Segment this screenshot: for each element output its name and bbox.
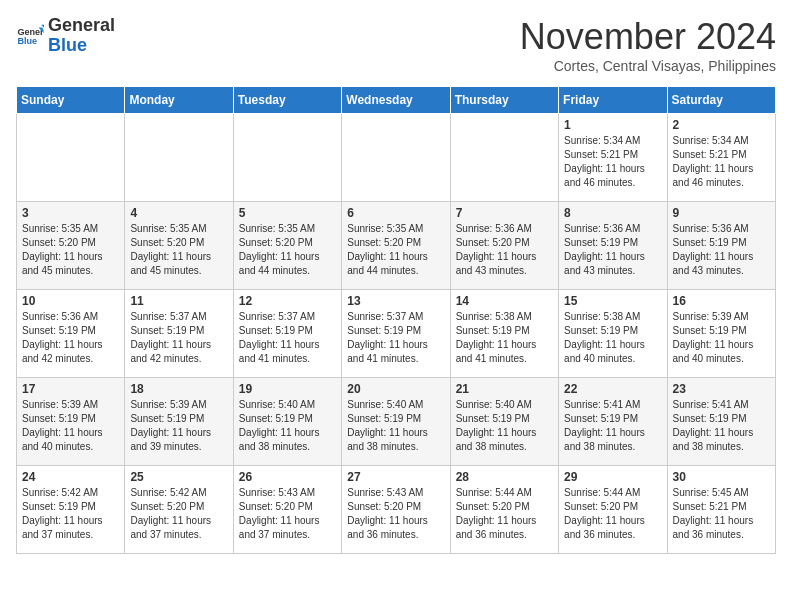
day-header-sunday: Sunday (17, 87, 125, 114)
day-number: 24 (22, 470, 119, 484)
day-number: 1 (564, 118, 661, 132)
calendar-header: SundayMondayTuesdayWednesdayThursdayFrid… (17, 87, 776, 114)
day-info: Sunrise: 5:44 AM Sunset: 5:20 PM Dayligh… (456, 486, 553, 542)
day-info: Sunrise: 5:41 AM Sunset: 5:19 PM Dayligh… (673, 398, 770, 454)
day-info: Sunrise: 5:36 AM Sunset: 5:20 PM Dayligh… (456, 222, 553, 278)
calendar-cell: 16Sunrise: 5:39 AM Sunset: 5:19 PM Dayli… (667, 290, 775, 378)
day-number: 22 (564, 382, 661, 396)
day-header-saturday: Saturday (667, 87, 775, 114)
day-number: 26 (239, 470, 336, 484)
header-row: SundayMondayTuesdayWednesdayThursdayFrid… (17, 87, 776, 114)
day-info: Sunrise: 5:38 AM Sunset: 5:19 PM Dayligh… (564, 310, 661, 366)
calendar-cell: 12Sunrise: 5:37 AM Sunset: 5:19 PM Dayli… (233, 290, 341, 378)
day-info: Sunrise: 5:43 AM Sunset: 5:20 PM Dayligh… (239, 486, 336, 542)
calendar-cell: 2Sunrise: 5:34 AM Sunset: 5:21 PM Daylig… (667, 114, 775, 202)
location: Cortes, Central Visayas, Philippines (520, 58, 776, 74)
month-title: November 2024 (520, 16, 776, 58)
calendar-cell: 29Sunrise: 5:44 AM Sunset: 5:20 PM Dayli… (559, 466, 667, 554)
calendar-cell: 13Sunrise: 5:37 AM Sunset: 5:19 PM Dayli… (342, 290, 450, 378)
day-number: 18 (130, 382, 227, 396)
calendar-cell: 30Sunrise: 5:45 AM Sunset: 5:21 PM Dayli… (667, 466, 775, 554)
day-number: 6 (347, 206, 444, 220)
calendar-cell: 23Sunrise: 5:41 AM Sunset: 5:19 PM Dayli… (667, 378, 775, 466)
logo: General Blue General Blue (16, 16, 115, 56)
logo-icon: General Blue (16, 22, 44, 50)
day-number: 8 (564, 206, 661, 220)
calendar-cell: 1Sunrise: 5:34 AM Sunset: 5:21 PM Daylig… (559, 114, 667, 202)
week-row-1: 1Sunrise: 5:34 AM Sunset: 5:21 PM Daylig… (17, 114, 776, 202)
day-info: Sunrise: 5:36 AM Sunset: 5:19 PM Dayligh… (564, 222, 661, 278)
day-number: 16 (673, 294, 770, 308)
calendar-cell: 8Sunrise: 5:36 AM Sunset: 5:19 PM Daylig… (559, 202, 667, 290)
day-number: 30 (673, 470, 770, 484)
calendar-cell: 11Sunrise: 5:37 AM Sunset: 5:19 PM Dayli… (125, 290, 233, 378)
day-info: Sunrise: 5:37 AM Sunset: 5:19 PM Dayligh… (347, 310, 444, 366)
day-number: 11 (130, 294, 227, 308)
calendar-cell: 9Sunrise: 5:36 AM Sunset: 5:19 PM Daylig… (667, 202, 775, 290)
logo-text: General Blue (48, 16, 115, 56)
day-info: Sunrise: 5:40 AM Sunset: 5:19 PM Dayligh… (347, 398, 444, 454)
day-info: Sunrise: 5:35 AM Sunset: 5:20 PM Dayligh… (22, 222, 119, 278)
day-number: 27 (347, 470, 444, 484)
day-number: 14 (456, 294, 553, 308)
day-header-thursday: Thursday (450, 87, 558, 114)
day-header-wednesday: Wednesday (342, 87, 450, 114)
day-info: Sunrise: 5:40 AM Sunset: 5:19 PM Dayligh… (239, 398, 336, 454)
day-info: Sunrise: 5:39 AM Sunset: 5:19 PM Dayligh… (673, 310, 770, 366)
calendar-cell: 5Sunrise: 5:35 AM Sunset: 5:20 PM Daylig… (233, 202, 341, 290)
day-info: Sunrise: 5:34 AM Sunset: 5:21 PM Dayligh… (564, 134, 661, 190)
page-header: General Blue General Blue November 2024 … (16, 16, 776, 74)
day-number: 25 (130, 470, 227, 484)
day-info: Sunrise: 5:38 AM Sunset: 5:19 PM Dayligh… (456, 310, 553, 366)
day-number: 10 (22, 294, 119, 308)
day-number: 7 (456, 206, 553, 220)
day-info: Sunrise: 5:34 AM Sunset: 5:21 PM Dayligh… (673, 134, 770, 190)
day-info: Sunrise: 5:37 AM Sunset: 5:19 PM Dayligh… (130, 310, 227, 366)
day-info: Sunrise: 5:42 AM Sunset: 5:19 PM Dayligh… (22, 486, 119, 542)
day-info: Sunrise: 5:39 AM Sunset: 5:19 PM Dayligh… (130, 398, 227, 454)
day-info: Sunrise: 5:45 AM Sunset: 5:21 PM Dayligh… (673, 486, 770, 542)
calendar-cell: 26Sunrise: 5:43 AM Sunset: 5:20 PM Dayli… (233, 466, 341, 554)
week-row-3: 10Sunrise: 5:36 AM Sunset: 5:19 PM Dayli… (17, 290, 776, 378)
calendar-cell: 4Sunrise: 5:35 AM Sunset: 5:20 PM Daylig… (125, 202, 233, 290)
day-number: 21 (456, 382, 553, 396)
day-number: 13 (347, 294, 444, 308)
calendar-cell (450, 114, 558, 202)
day-info: Sunrise: 5:39 AM Sunset: 5:19 PM Dayligh… (22, 398, 119, 454)
day-number: 4 (130, 206, 227, 220)
calendar-cell (233, 114, 341, 202)
calendar-cell (125, 114, 233, 202)
day-number: 29 (564, 470, 661, 484)
calendar-cell (342, 114, 450, 202)
calendar-cell: 7Sunrise: 5:36 AM Sunset: 5:20 PM Daylig… (450, 202, 558, 290)
svg-text:Blue: Blue (17, 36, 37, 46)
calendar-cell (17, 114, 125, 202)
day-header-tuesday: Tuesday (233, 87, 341, 114)
calendar-cell: 3Sunrise: 5:35 AM Sunset: 5:20 PM Daylig… (17, 202, 125, 290)
day-info: Sunrise: 5:35 AM Sunset: 5:20 PM Dayligh… (347, 222, 444, 278)
day-number: 12 (239, 294, 336, 308)
calendar-cell: 28Sunrise: 5:44 AM Sunset: 5:20 PM Dayli… (450, 466, 558, 554)
calendar-cell: 17Sunrise: 5:39 AM Sunset: 5:19 PM Dayli… (17, 378, 125, 466)
calendar-cell: 18Sunrise: 5:39 AM Sunset: 5:19 PM Dayli… (125, 378, 233, 466)
week-row-2: 3Sunrise: 5:35 AM Sunset: 5:20 PM Daylig… (17, 202, 776, 290)
title-block: November 2024 Cortes, Central Visayas, P… (520, 16, 776, 74)
calendar-cell: 27Sunrise: 5:43 AM Sunset: 5:20 PM Dayli… (342, 466, 450, 554)
calendar-cell: 14Sunrise: 5:38 AM Sunset: 5:19 PM Dayli… (450, 290, 558, 378)
day-info: Sunrise: 5:37 AM Sunset: 5:19 PM Dayligh… (239, 310, 336, 366)
calendar-body: 1Sunrise: 5:34 AM Sunset: 5:21 PM Daylig… (17, 114, 776, 554)
day-number: 17 (22, 382, 119, 396)
calendar-cell: 6Sunrise: 5:35 AM Sunset: 5:20 PM Daylig… (342, 202, 450, 290)
day-number: 20 (347, 382, 444, 396)
day-info: Sunrise: 5:36 AM Sunset: 5:19 PM Dayligh… (673, 222, 770, 278)
day-number: 28 (456, 470, 553, 484)
day-info: Sunrise: 5:43 AM Sunset: 5:20 PM Dayligh… (347, 486, 444, 542)
day-info: Sunrise: 5:36 AM Sunset: 5:19 PM Dayligh… (22, 310, 119, 366)
day-info: Sunrise: 5:44 AM Sunset: 5:20 PM Dayligh… (564, 486, 661, 542)
calendar-cell: 21Sunrise: 5:40 AM Sunset: 5:19 PM Dayli… (450, 378, 558, 466)
calendar-table: SundayMondayTuesdayWednesdayThursdayFrid… (16, 86, 776, 554)
calendar-cell: 10Sunrise: 5:36 AM Sunset: 5:19 PM Dayli… (17, 290, 125, 378)
day-number: 9 (673, 206, 770, 220)
week-row-4: 17Sunrise: 5:39 AM Sunset: 5:19 PM Dayli… (17, 378, 776, 466)
day-info: Sunrise: 5:35 AM Sunset: 5:20 PM Dayligh… (239, 222, 336, 278)
